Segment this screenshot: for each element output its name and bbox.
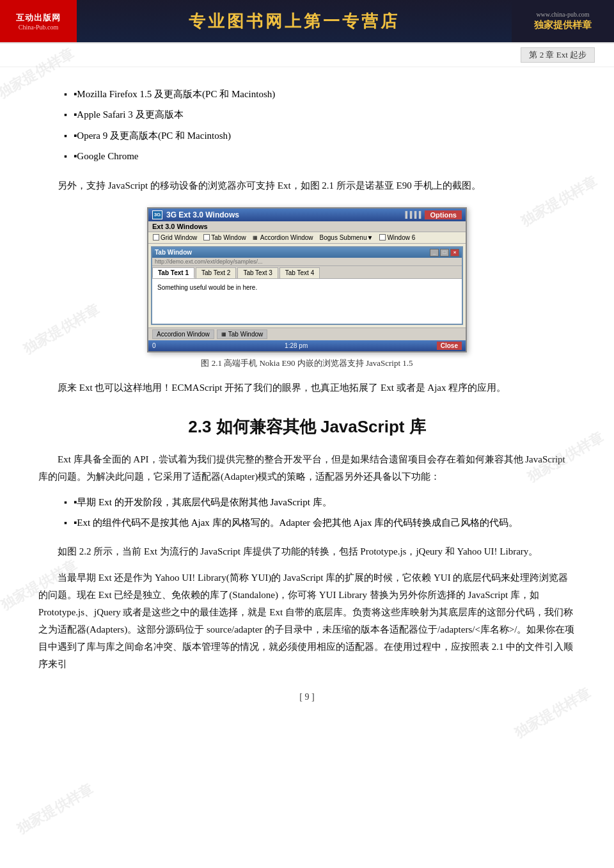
ext-title-text: 3G Ext 3.0 Windows [166, 210, 239, 219]
browser-list: ▪ Mozilla Firefox 1.5 及更高版本(PC 和 Macinto… [64, 86, 576, 164]
ext-tab-content: Something useful would be in here. [152, 279, 462, 324]
ext-checkbox-tab [203, 234, 210, 241]
list-item: ▪ Apple Safari 3 及更高版本 [64, 107, 576, 122]
section-heading: 2.3 如何兼容其他 JavaScript 库 [38, 416, 576, 438]
main-content: ▪ Mozilla Firefox 1.5 及更高版本(PC 和 Macinto… [0, 67, 614, 741]
list-item: ▪ Google Chrome [64, 148, 576, 164]
figure-1: 3G 3G Ext 3.0 Windows ▐▐▐▐ Options Ext 3… [141, 207, 473, 373]
ext-menu-bar: Grid Window Tab Window ▦ Accordion Windo… [148, 232, 466, 244]
list-item: ▪ Opera 9 及更高版本(PC 和 Macintosh) [64, 128, 576, 143]
paragraph-1: 另外，支持 JavaScript 的移动设备的浏览器亦可支持 Ext，如图 2.… [38, 177, 576, 194]
ext-checkbox-grid [153, 234, 159, 241]
ext-signal-icon: ▐▐▐▐ [403, 211, 421, 218]
ext-inner-window: Tab Window _ □ × http://demo.ext.com/ext… [151, 246, 463, 325]
site-header: 互动出版网 China-Pub.com 专业图书网上第一专营店 www.chin… [0, 0, 614, 43]
ext-screenshot: 3G 3G Ext 3.0 Windows ▐▐▐▐ Options Ext 3… [147, 207, 467, 352]
ext-menu-accordion[interactable]: ▦ Accordion Window [251, 233, 315, 242]
list-item: ▪ 早期 Ext 的开发阶段，其底层代码是依附其他 JavaScript 库。 [64, 494, 576, 510]
ext-minimize-button[interactable]: _ [430, 249, 439, 256]
logo-area: 互动出版网 China-Pub.com [0, 0, 77, 42]
ext-tabs: Tab Text 1 Tab Text 2 Tab Text 3 Tab Tex… [152, 266, 462, 279]
ext-options-button[interactable]: Options [425, 210, 462, 219]
site-title: 专业图书网上第一专营店 [189, 10, 400, 33]
ext-menu-bogus[interactable]: Bogus Submenu▼ [318, 233, 375, 242]
ext-logo-icon: 3G [152, 210, 162, 219]
header-url: www.china-pub.com [536, 11, 589, 18]
ext-window-tab[interactable]: ▦ Tab Window [217, 329, 267, 339]
ext-accordion-icon: ▦ [253, 235, 258, 241]
header-center: 专业图书网上第一专营店 [77, 0, 512, 42]
ext-tab-4[interactable]: Tab Text 4 [279, 267, 320, 278]
ext-menu-window6[interactable]: Window 6 [377, 233, 417, 242]
header-right-area: www.china-pub.com 独家提供样章 [512, 0, 614, 42]
ext-menu-tab[interactable]: Tab Window [201, 233, 248, 242]
chapter-badge: 第 2 章 Ext 起步 [521, 47, 595, 63]
ext-tab-icon: ▦ [221, 331, 226, 337]
logo-url: China-Pub.com [19, 24, 59, 31]
ext-accordion-tab[interactable]: Accordion Window [152, 329, 214, 339]
ext-inner-title-bar: Tab Window _ □ × [152, 248, 462, 258]
ext-restore-button[interactable]: □ [440, 249, 449, 256]
paragraph-2: 原来 Ext 也可以这样地用！ECMAScript 开拓了我们的眼界，也真正地拓… [38, 379, 576, 397]
ext-checkbox-win6 [379, 234, 386, 241]
paragraph-5: 当最早期 Ext 还是作为 Yahoo UI! Library(简称 YUI)的… [38, 569, 576, 673]
page-number: [ 9 ] [38, 692, 576, 715]
ext-tab-1[interactable]: Tab Text 1 [152, 267, 194, 278]
ext-url-bar: http://demo.ext.com/ext/deploy/samples/.… [152, 258, 462, 266]
adapter-list: ▪ 早期 Ext 的开发阶段，其底层代码是依附其他 JavaScript 库。 … [64, 494, 576, 531]
ext-title-bar: 3G 3G Ext 3.0 Windows ▐▐▐▐ Options [148, 209, 466, 221]
ext-close-button[interactable]: × [450, 249, 459, 256]
list-item: ▪ Ext 的组件代码不是按其他 Ajax 库的风格写的。Adapter 会把其… [64, 515, 576, 530]
list-item: ▪ Mozilla Firefox 1.5 及更高版本(PC 和 Macinto… [64, 86, 576, 102]
figure-caption-1: 图 2.1 高端手机 Nokia E90 内嵌的浏览器支持 JavaScript… [201, 358, 413, 369]
paragraph-3: Ext 库具备全面的 API，尝试着为我们提供完整的整合开发平台，但是如果结合遗… [38, 451, 576, 485]
ext-close-status-button[interactable]: Close [437, 342, 462, 350]
ext-tab-3[interactable]: Tab Text 3 [237, 267, 278, 278]
ext-tab-2[interactable]: Tab Text 2 [196, 267, 236, 278]
ext-bottom-bar: Accordion Window ▦ Tab Window [148, 327, 466, 340]
chapter-bar: 第 2 章 Ext 起步 [0, 43, 614, 67]
logo-name: 互动出版网 [16, 12, 61, 24]
ext-subtitle: Ext 3.0 Windows [148, 221, 466, 232]
header-slogan: 独家提供样章 [534, 19, 592, 31]
ext-menu-grid[interactable]: Grid Window [151, 233, 199, 242]
ext-status-bar: 0 1:28 pm Close [148, 340, 466, 351]
paragraph-4: 如图 2.2 所示，当前 Ext 为流行的 JavaScript 库提供了功能的… [38, 543, 576, 560]
